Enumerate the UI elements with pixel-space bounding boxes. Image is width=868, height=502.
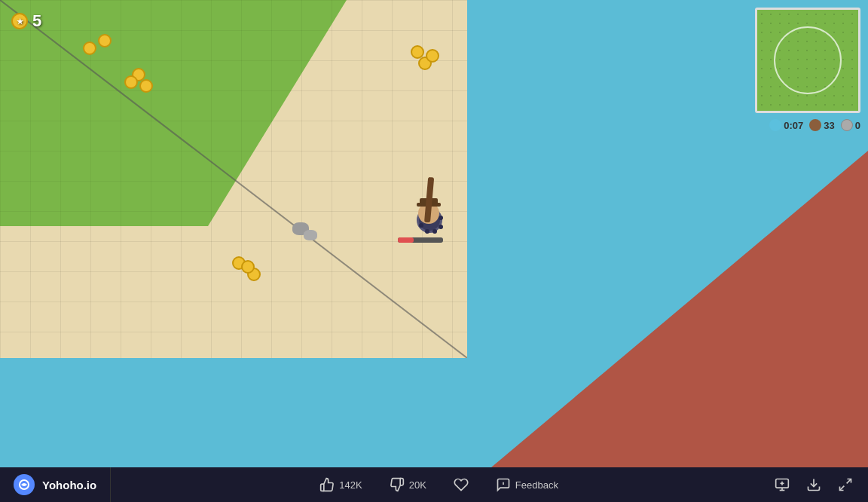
kills-value: 0 [855,120,860,131]
minimap-stats: 0:07 33 0 [769,119,860,131]
brand-logo [14,474,35,495]
gold-coin [83,41,96,55]
gold-coin [241,260,255,274]
game-area: ★ 5 0:07 33 0 [0,0,868,467]
players-icon [809,119,821,131]
favorite-button[interactable] [448,474,475,495]
health-bar-container [398,237,443,243]
kills-stat: 0 [841,119,860,131]
brand-name: Yohoho.io [42,479,96,491]
red-zone [491,151,868,467]
gold-coin [139,79,153,93]
brand-section: Yohoho.io [0,467,111,502]
kills-icon [841,119,853,131]
minimap-background [757,10,858,111]
time-icon [769,119,781,131]
health-bar [398,237,414,243]
rock [304,230,317,240]
score-coin-icon: ★ [11,13,28,29]
score-display: ★ 5 [11,11,41,31]
gold-coin [426,49,439,63]
svg-line-10 [847,479,851,484]
like-count: 142K [339,479,362,491]
minimap-circle [774,26,842,94]
players-value: 33 [824,120,834,131]
time-value: 0:07 [784,120,803,131]
like-button[interactable]: 142K [313,474,368,495]
download-button[interactable] [799,473,829,497]
dislike-count: 20K [409,479,426,491]
dislike-button[interactable]: 20K [384,474,432,495]
actions-section: 142K 20K Feedback [111,474,767,495]
player-character [411,192,448,230]
feedback-label: Feedback [515,479,558,491]
gold-coin [98,34,112,47]
minimap [755,8,860,113]
svg-line-11 [840,486,845,491]
players-stat: 33 [809,119,834,131]
bottom-bar: Yohoho.io 142K 20K [0,467,868,502]
add-collection-button[interactable] [767,473,797,497]
gold-coin [124,75,138,89]
time-stat: 0:07 [769,119,803,131]
score-value: 5 [32,11,41,31]
right-actions [767,473,868,497]
feedback-button[interactable]: Feedback [490,474,564,495]
fullscreen-button[interactable] [830,473,860,497]
